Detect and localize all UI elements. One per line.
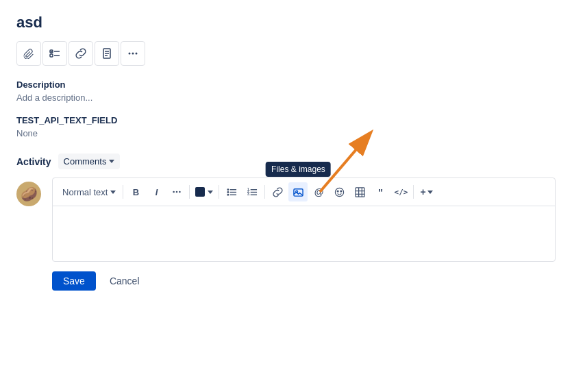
top-toolbar — [16, 41, 556, 66]
mention-button[interactable]: @ — [309, 182, 328, 201]
emoji-button[interactable] — [329, 182, 349, 201]
italic-label: I — [156, 187, 158, 197]
color-swatch — [195, 187, 205, 197]
avatar: 🥔 — [16, 182, 41, 206]
custom-field-section: TEST_API_TEXT_FIELD None — [16, 115, 556, 138]
editor-wrapper: 🥔 Normal text B I — [16, 177, 556, 291]
description-label: Description — [16, 79, 556, 90]
svg-rect-1 — [50, 54, 53, 57]
more-format-button[interactable] — [167, 182, 186, 201]
svg-point-11 — [173, 191, 175, 193]
activity-label: Activity — [16, 156, 51, 167]
description-value[interactable]: Add a description... — [16, 93, 556, 103]
more-insert-label: + — [420, 186, 425, 197]
blockquote-label: " — [378, 186, 383, 198]
svg-point-13 — [179, 191, 182, 193]
bold-label: B — [133, 187, 139, 197]
color-button[interactable] — [192, 182, 216, 201]
svg-point-9 — [132, 53, 134, 55]
svg-text:3.: 3. — [247, 193, 250, 196]
code-button[interactable]: </> — [391, 182, 410, 201]
blockquote-button[interactable]: " — [371, 182, 390, 201]
save-button[interactable]: Save — [52, 271, 96, 291]
svg-point-12 — [176, 191, 178, 193]
custom-field-value[interactable]: None — [16, 128, 556, 138]
custom-field-label: TEST_API_TEXT_FIELD — [16, 115, 556, 125]
comments-dropdown[interactable]: Comments — [58, 154, 121, 169]
svg-point-29 — [337, 191, 338, 192]
text-style-chevron — [110, 191, 116, 194]
files-images-button[interactable] — [288, 182, 308, 201]
svg-point-16 — [227, 191, 229, 193]
more-button[interactable] — [121, 41, 145, 66]
editor-body[interactable] — [53, 206, 555, 261]
mention-label: @ — [314, 186, 324, 197]
svg-point-14 — [227, 188, 229, 191]
editor-toolbar: Normal text B I — [53, 178, 555, 206]
checklist-button[interactable] — [42, 41, 67, 66]
description-section: Description Add a description... — [16, 79, 556, 103]
table-button[interactable] — [350, 182, 369, 201]
divider-5 — [413, 185, 414, 199]
svg-point-10 — [136, 53, 138, 55]
activity-row: Activity Comments — [16, 154, 556, 169]
svg-rect-31 — [356, 187, 364, 196]
text-style-label: Normal text — [62, 187, 108, 197]
divider-1 — [123, 185, 123, 199]
chevron-down-icon — [109, 160, 114, 163]
attach-button[interactable] — [16, 41, 41, 66]
svg-point-30 — [340, 191, 342, 192]
comments-label: Comments — [64, 156, 107, 167]
avatar-emoji: 🥔 — [21, 186, 38, 202]
cancel-button[interactable]: Cancel — [103, 271, 147, 291]
italic-button[interactable]: I — [147, 182, 166, 201]
svg-point-18 — [227, 193, 229, 195]
files-images-wrapper: Files & images — [288, 182, 308, 201]
doc-button[interactable] — [95, 41, 119, 66]
svg-point-8 — [129, 53, 131, 55]
text-style-dropdown[interactable]: Normal text — [58, 182, 120, 201]
link-button[interactable] — [69, 41, 93, 66]
bullet-list-button[interactable] — [222, 182, 241, 201]
more-insert-button[interactable]: + — [416, 182, 436, 201]
more-insert-chevron — [427, 191, 433, 194]
divider-2 — [189, 185, 190, 199]
bold-button[interactable]: B — [126, 182, 145, 201]
code-label: </> — [395, 188, 408, 197]
color-chevron — [208, 191, 213, 194]
numbered-list-button[interactable]: 1.2.3. — [243, 182, 262, 201]
page-title: asd — [16, 14, 556, 32]
action-row: Save Cancel — [52, 271, 556, 291]
divider-4 — [264, 185, 265, 199]
editor-link-button[interactable] — [268, 182, 287, 201]
editor-container: Normal text B I — [52, 177, 556, 262]
divider-3 — [219, 185, 219, 199]
